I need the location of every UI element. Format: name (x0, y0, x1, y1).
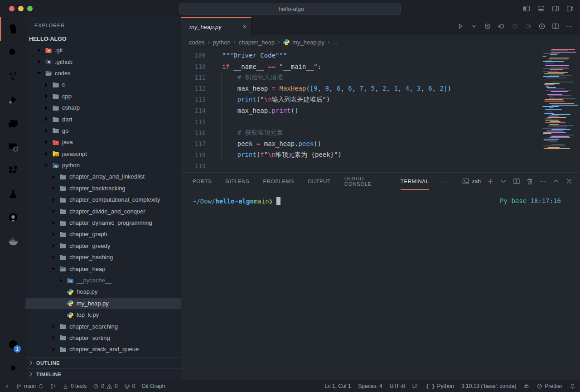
tree-item--github[interactable]: .github (25, 56, 181, 67)
tree-item-my-heap-py[interactable]: my_heap.py (25, 298, 181, 309)
tree-item-heap-py[interactable]: heap.py (25, 286, 181, 297)
code-line-109[interactable]: 109"""Driver Code""" (181, 50, 580, 61)
tree-item-csharp[interactable]: csharp (25, 102, 181, 113)
code-line-116[interactable]: 116 # 获取堆顶元素 (181, 127, 580, 138)
tree-item-chapter-dynamic-programming[interactable]: chapter_dynamic_programming (25, 217, 181, 228)
next-change-icon[interactable] (525, 23, 532, 30)
tree-item-python[interactable]: python (25, 160, 181, 171)
section-outline[interactable]: OUTLINE (25, 357, 181, 368)
split-editor-icon[interactable] (513, 178, 520, 185)
tree-item--git[interactable]: .git (25, 44, 181, 56)
tree-item-chapter-greedy[interactable]: chapter_greedy (25, 240, 181, 252)
minimize-button[interactable] (18, 6, 24, 11)
code-line-113[interactable]: 113 print("\n输入列表并建堆后") (181, 94, 580, 105)
code-line-115[interactable]: 115 (181, 116, 580, 127)
tree-item--pycache-[interactable]: __pycache__ (25, 275, 181, 286)
prev-change-icon[interactable] (498, 23, 505, 30)
section-timeline[interactable]: TIMELINE (25, 368, 181, 380)
cursor-position[interactable]: Ln 1, Col 1 (324, 383, 351, 389)
remote-indicator[interactable] (4, 383, 10, 389)
plus-icon[interactable] (487, 178, 494, 185)
panel-tab-output[interactable]: OUTPUT (308, 173, 331, 190)
problems-status[interactable]: 00 (93, 383, 117, 389)
copilot-status[interactable] (523, 383, 529, 389)
tree-item-chapter-backtracking[interactable]: chapter_backtracking (25, 183, 181, 194)
tree-item-chapter-computational-complexity[interactable]: chapter_computational_complexity (25, 194, 181, 205)
eol[interactable]: LF (412, 383, 419, 389)
tree-item-chapter-heap[interactable]: chapter_heap (25, 263, 181, 274)
tree-item-javascript[interactable]: JSjavascript (25, 148, 181, 160)
git-graph-button[interactable]: Git Graph (141, 383, 165, 389)
tree-item-chapter-hashing[interactable]: chapter_hashing (25, 252, 181, 263)
panel-tab-ports[interactable]: PORTS (193, 173, 212, 190)
command-center-search[interactable]: hello-algo (179, 3, 401, 15)
tree-item-java[interactable]: java (25, 136, 181, 148)
history-icon[interactable] (484, 23, 491, 30)
breadcrumb-item[interactable]: chapter_heap (239, 39, 275, 46)
tree-item-top-k-py[interactable]: top_k.py (25, 309, 181, 320)
tree-item-chapter-sorting[interactable]: chapter_sorting (25, 332, 181, 344)
more-actions-icon[interactable] (539, 178, 546, 185)
tree-item-codes[interactable]: codes (25, 68, 181, 79)
run-icon[interactable] (457, 23, 464, 30)
minimap[interactable] (541, 49, 577, 150)
close-icon[interactable] (566, 178, 573, 185)
encoding[interactable]: UTF-8 (390, 383, 405, 389)
branch-status[interactable]: main (16, 383, 44, 389)
code-line-114[interactable]: 114 max_heap.print() (181, 105, 580, 116)
indentation[interactable]: Spaces: 4 (358, 383, 382, 389)
tree-item-chapter-stack-and-queue[interactable]: chapter_stack_and_queue (25, 344, 181, 355)
zoom-button[interactable] (27, 6, 33, 11)
panel-tab-gitlens[interactable]: GITLENS (225, 173, 249, 190)
chevron-up-icon[interactable] (552, 178, 560, 185)
panel-tab-problems[interactable]: PROBLEMS (263, 173, 295, 190)
activity-source-control[interactable] (0, 64, 25, 88)
tree-item-chapter-searching[interactable]: chapter_searching (25, 320, 181, 332)
python-interpreter[interactable]: 3.10.13 ('base': conda) (461, 383, 516, 389)
tree-item-chapter-graph[interactable]: chapter_graph (25, 228, 181, 240)
tree-item-dart[interactable]: dart (25, 113, 181, 125)
tree-item-chapter-array-and-linkedlist[interactable]: chapter_array_and_linkedlist (25, 171, 181, 182)
tree-root-hello-algo[interactable]: HELLO-ALGO (25, 33, 181, 44)
change-circle-icon[interactable] (511, 23, 518, 30)
terminal-instance-zsh[interactable]: zsh (462, 178, 481, 185)
tree-item-chapter-divide-and-conquer[interactable]: chapter_divide_and_conquer (25, 205, 181, 217)
breadcrumb-item[interactable]: ... (333, 39, 338, 46)
tree-item-cpp[interactable]: cpp (25, 91, 181, 102)
run-chevron-icon[interactable] (470, 23, 478, 30)
layout-sidebar-right-icon[interactable] (552, 5, 559, 12)
chevron-down-icon[interactable] (500, 178, 507, 185)
tree-item-go[interactable]: go (25, 125, 181, 136)
panel-tab-debug-console[interactable]: DEBUG CONSOLE (344, 173, 387, 190)
breadcrumb-item[interactable]: my_heap.py (283, 39, 324, 46)
trash-icon[interactable] (526, 178, 533, 185)
prettier-status[interactable]: Prettier (536, 383, 562, 389)
activity-explorer[interactable] (0, 17, 25, 41)
panel-tabs-overflow-icon[interactable]: ··· (440, 178, 449, 185)
activity-search[interactable] (0, 41, 25, 64)
more-actions-icon[interactable] (566, 23, 573, 30)
tab-my-heap-py[interactable]: my_heap.py × (181, 17, 251, 35)
breadcrumb-item[interactable]: codes (189, 39, 205, 46)
layout-customize-icon[interactable] (566, 5, 574, 12)
activity-extensions[interactable] (0, 159, 25, 182)
code-line-117[interactable]: 117 peek = max_heap.peek() (181, 138, 580, 149)
layout-panel-icon[interactable] (537, 5, 545, 12)
language-mode[interactable]: { }Python (426, 383, 454, 389)
close-tab-icon[interactable]: × (243, 23, 246, 30)
notifications[interactable] (570, 383, 575, 389)
layout-sidebar-left-icon[interactable] (523, 5, 530, 12)
code-line-119[interactable]: 119 (181, 160, 580, 171)
ports-status[interactable]: 0 (124, 383, 135, 389)
activity-remote-explorer[interactable] (0, 135, 25, 159)
close-button[interactable] (9, 6, 14, 11)
test-status[interactable]: 0 tests (63, 383, 87, 389)
code-line-118[interactable]: 118 print(f"\n堆顶元素为 {peek}") (181, 150, 580, 160)
gitlens-icon[interactable] (538, 23, 546, 30)
source-control-graph[interactable] (50, 383, 56, 389)
activity-docker[interactable] (0, 229, 25, 253)
terminal[interactable]: ~/Dow/hello-algo main ❯ Py base 18:17:16 (181, 190, 580, 380)
code-editor[interactable]: 109"""Driver Code"""110if __name__ == "_… (181, 49, 580, 172)
activity-testing[interactable] (0, 182, 25, 206)
code-line-112[interactable]: 112 max_heap = MaxHeap([9, 8, 6, 6, 7, 5… (181, 83, 580, 94)
